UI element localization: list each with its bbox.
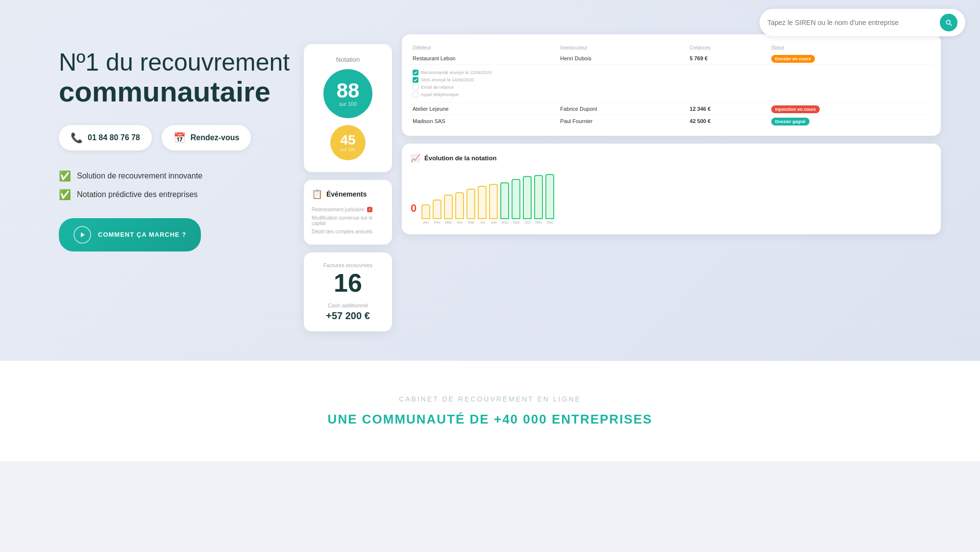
- notation-circle-yellow: 45 sur 100: [330, 125, 366, 160]
- bar-label-Jul: Jul: [480, 220, 485, 225]
- bar-Juil: [489, 184, 498, 219]
- bar-label-Aou: Aou: [501, 220, 508, 225]
- table-row: Restaurant Lebon Henri Dubois 5 769 € Do…: [410, 52, 933, 65]
- bar-Oct: [523, 176, 532, 219]
- row1-checks: Recommandé envoyé le 12/06/2020 SMS envo…: [410, 65, 933, 103]
- svg-marker-0: [81, 232, 85, 237]
- badge-dossier-en-cours: Dossier en cours: [771, 55, 815, 63]
- evolution-card: 📈 Évolution de la notation 0 JanFévMarAv…: [402, 144, 941, 234]
- row1-interlocuteur: Henri Dubois: [557, 52, 686, 65]
- check-text-1: Recommandé envoyé le 12/06/2020: [421, 70, 492, 75]
- hero-title-line2: communautaire: [59, 76, 304, 107]
- search-button[interactable]: [940, 14, 957, 31]
- check-line-2: SMS envoyé le 14/06/2020: [413, 77, 930, 83]
- bar-Nov: [534, 175, 543, 219]
- notation-card-title: Notation: [314, 56, 382, 63]
- feature-1: ✅ Solution de recouvrement innovante: [59, 170, 304, 182]
- cards-col1: Notation 88 sur 100 45 sur 100 📋 Événeme…: [304, 44, 392, 331]
- badge-gagne: Dossier gagné: [771, 118, 809, 125]
- factures-number: 16: [313, 270, 383, 296]
- cash-label: Cash additionnel: [313, 302, 383, 308]
- chart-bars: JanFévMarAvrMaiJulJuilAouSepOctNovDéc: [421, 174, 932, 225]
- bottom-title: UNE COMMUNAUTÉ DE +40 000 ENTREPRISES: [39, 412, 941, 427]
- check-row: Recommandé envoyé le 12/06/2020 SMS envo…: [413, 68, 930, 100]
- check-text-2: SMS envoyé le 14/06/2020: [421, 77, 474, 82]
- events-header: 📋 Événements: [312, 189, 384, 200]
- cash-value: +57 200 €: [313, 310, 383, 322]
- bar-label-Déc: Déc: [546, 220, 553, 225]
- rdv-label: Rendez-vous: [191, 133, 240, 142]
- bar-label-Avr: Avr: [457, 220, 463, 225]
- hero-left: Nº1 du recouvrement communautaire 📞 01 8…: [59, 39, 304, 251]
- feature-1-text: Solution de recouvrement innovante: [77, 172, 202, 180]
- table-row-2: Atelier Lejeune Fabrice Dupont 12 346 € …: [410, 103, 933, 115]
- bar-Avr: [455, 192, 464, 219]
- event-text-3: Dépôt des comptes annuels: [312, 229, 372, 234]
- events-title: Événements: [326, 190, 367, 198]
- bar-label-Mar: Mar: [445, 220, 452, 225]
- table-row-3: Madison SAS Paul Fournier 42 500 € Dossi…: [410, 115, 933, 127]
- event-alert-1: !: [367, 207, 372, 212]
- check-box-4-empty: [413, 92, 418, 98]
- rdv-button[interactable]: 📅 Rendez-vous: [162, 125, 251, 151]
- row3-interlocuteur: Paul Fournier: [557, 115, 686, 127]
- row2-interlocuteur: Fabrice Dupont: [557, 103, 686, 115]
- bar-group: Jan: [421, 204, 430, 225]
- how-label: COMMENT ÇA MARCHE ?: [98, 231, 186, 238]
- chart-icon: 📈: [411, 153, 420, 163]
- bar-Jul: [478, 186, 487, 219]
- cards-col2: Débiteur Interlocuteur Créances Statut R…: [402, 34, 941, 331]
- bar-label-Nov: Nov: [535, 220, 542, 225]
- event-text-2: Modification survenue sur le capital: [312, 215, 384, 226]
- bar-Déc: [545, 174, 554, 219]
- row1-statut: Dossier en cours: [768, 52, 933, 65]
- row2-creance: 12 346 €: [687, 103, 768, 115]
- table-row-checks: Recommandé envoyé le 12/06/2020 SMS envo…: [410, 65, 933, 103]
- feature-2: ✅ Notation prédictive des entreprises: [59, 189, 304, 201]
- row1-debiteur: Restaurant Lebon: [410, 52, 557, 65]
- events-card: 📋 Événements Redressement judiciaire ! M…: [304, 180, 392, 245]
- phone-number: 01 84 80 76 78: [88, 133, 140, 142]
- feature-2-text: Notation prédictive des entreprises: [77, 190, 197, 199]
- event-item-3: Dépôt des comptes annuels: [312, 227, 384, 236]
- check-box-1: [413, 70, 418, 75]
- bar-group: Déc: [545, 174, 554, 225]
- play-icon: [79, 232, 85, 238]
- event-text-1: Redressement judiciaire: [312, 207, 364, 212]
- notation-score2: 45: [340, 133, 355, 147]
- table-card: Débiteur Interlocuteur Créances Statut R…: [402, 34, 941, 136]
- check-line-3: Email de relance: [413, 84, 930, 90]
- hero-title-line1: Nº1 du recouvrement: [59, 49, 304, 76]
- check-text-4: Appel téléphonique: [421, 92, 459, 97]
- notation-score2-sub: sur 100: [341, 147, 355, 152]
- row3-debiteur: Madison SAS: [410, 115, 557, 127]
- bar-label-Juil: Juil: [490, 220, 496, 225]
- bar-Jan: [421, 204, 430, 219]
- search-container: [760, 9, 965, 36]
- how-it-works-button[interactable]: COMMENT ÇA MARCHE ?: [59, 218, 201, 251]
- calendar-icon: 📅: [173, 132, 186, 144]
- bottom-title-highlight: +40 000: [494, 412, 547, 427]
- check-icon-2: ✅: [59, 189, 71, 201]
- bar-Fév: [433, 200, 441, 219]
- bottom-title-part2: ENTREPRISES: [547, 412, 653, 427]
- evolution-header: 📈 Évolution de la notation: [411, 153, 932, 163]
- check-text-3: Email de relance: [421, 85, 454, 90]
- row3-statut: Dossier gagné: [768, 115, 933, 127]
- bottom-title-part1: UNE COMMUNAUTÉ DE: [328, 412, 494, 427]
- row3-creance: 42 500 €: [687, 115, 768, 127]
- events-icon: 📋: [312, 189, 322, 200]
- notation-score-sub: sur 100: [339, 101, 357, 107]
- phone-button[interactable]: 📞 01 84 80 76 78: [59, 125, 152, 151]
- hero-section: Nº1 du recouvrement communautaire 📞 01 8…: [0, 0, 980, 361]
- bar-label-Mai: Mai: [468, 220, 474, 225]
- bar-label-Jan: Jan: [423, 220, 429, 225]
- features-list: ✅ Solution de recouvrement innovante ✅ N…: [59, 170, 304, 201]
- col-debiteur: Débiteur: [410, 43, 557, 52]
- search-input[interactable]: [767, 19, 936, 26]
- row2-statut: Injonction en cours: [768, 103, 933, 115]
- notation-score: 88: [337, 80, 360, 101]
- bar-group: Nov: [534, 175, 543, 225]
- debtor-table: Débiteur Interlocuteur Créances Statut R…: [410, 43, 933, 127]
- bar-Sep: [512, 179, 520, 219]
